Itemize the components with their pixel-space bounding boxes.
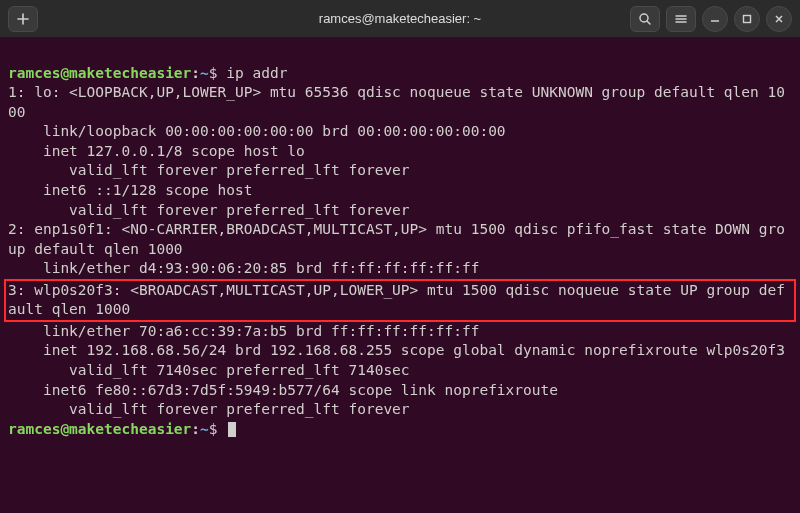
prompt-userhost: ramces@maketecheasier: [8, 65, 191, 81]
prompt-dollar: $: [209, 65, 218, 81]
prompt-dollar: $: [209, 421, 218, 437]
prompt-colon: :: [191, 65, 200, 81]
prompt-line: ramces@maketecheasier:~$: [8, 421, 236, 437]
output-line: inet6 fe80::67d3:7d5f:5949:b577/64 scope…: [8, 382, 558, 398]
new-tab-button[interactable]: [8, 6, 38, 32]
minimize-icon: [710, 14, 720, 24]
output-line: link/ether 70:a6:cc:39:7a:b5 brd ff:ff:f…: [8, 323, 479, 339]
window-title: ramces@maketecheasier: ~: [188, 10, 612, 28]
output-line: 1: lo: <LOOPBACK,UP,LOWER_UP> mtu 65536 …: [8, 84, 785, 120]
prompt-path: ~: [200, 421, 209, 437]
minimize-button[interactable]: [702, 6, 728, 32]
maximize-button[interactable]: [734, 6, 760, 32]
prompt-userhost: ramces@maketecheasier: [8, 421, 191, 437]
terminal-canvas[interactable]: ramces@maketecheasier:~$ ip addr 1: lo: …: [0, 38, 800, 445]
maximize-icon: [742, 14, 752, 24]
output-line: link/ether d4:93:90:06:20:85 brd ff:ff:f…: [8, 260, 479, 276]
output-line: inet 192.168.68.56/24 brd 192.168.68.255…: [8, 342, 785, 358]
svg-rect-1: [744, 15, 751, 22]
output-line: inet6 ::1/128 scope host: [8, 182, 252, 198]
search-icon: [638, 12, 652, 26]
close-button[interactable]: [766, 6, 792, 32]
output-line: valid_lft forever preferred_lft forever: [8, 401, 410, 417]
prompt-line: ramces@maketecheasier:~$ ip addr: [8, 65, 287, 81]
output-line: 2: enp1s0f1: <NO-CARRIER,BROADCAST,MULTI…: [8, 221, 785, 257]
output-line: inet 127.0.0.1/8 scope host lo: [8, 143, 305, 159]
cursor: [228, 422, 236, 437]
prompt-colon: :: [191, 421, 200, 437]
output-line: valid_lft forever preferred_lft forever: [8, 162, 410, 178]
command-text: ip addr: [226, 65, 287, 81]
prompt-path: ~: [200, 65, 209, 81]
hamburger-icon: [674, 12, 688, 26]
plus-icon: [16, 12, 30, 26]
search-button[interactable]: [630, 6, 660, 32]
menu-button[interactable]: [666, 6, 696, 32]
output-line: valid_lft 7140sec preferred_lft 7140sec: [8, 362, 410, 378]
output-line: valid_lft forever preferred_lft forever: [8, 202, 410, 218]
highlighted-interface-line: 3: wlp0s20f3: <BROADCAST,MULTICAST,UP,LO…: [4, 279, 796, 322]
titlebar: ramces@maketecheasier: ~: [0, 0, 800, 38]
close-icon: [774, 14, 784, 24]
output-line: link/loopback 00:00:00:00:00:00 brd 00:0…: [8, 123, 506, 139]
titlebar-right: [612, 6, 792, 32]
output-line: 3: wlp0s20f3: <BROADCAST,MULTICAST,UP,LO…: [8, 282, 785, 318]
titlebar-left: [8, 6, 188, 32]
